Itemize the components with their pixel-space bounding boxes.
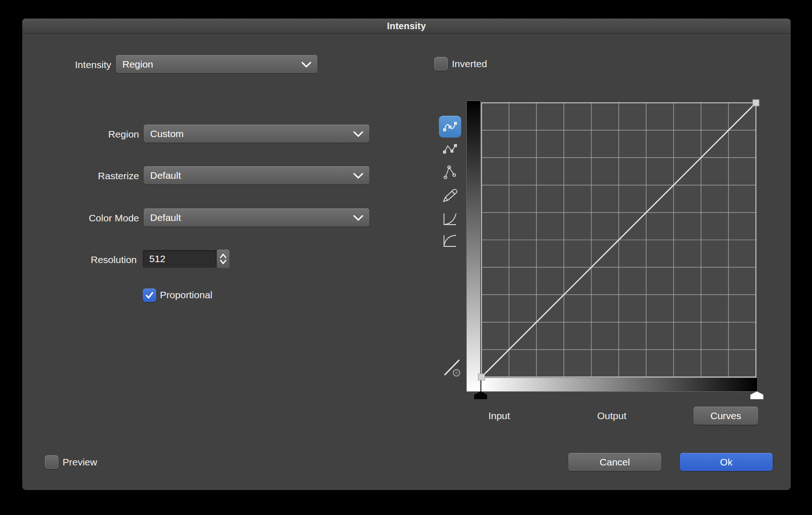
smooth-curve-icon (442, 119, 458, 134)
rasterize-label: Rasterize (22, 170, 139, 182)
ease-out-preset-tool[interactable] (439, 231, 461, 249)
ok-button[interactable]: Ok (680, 453, 773, 471)
smooth-curve-tool[interactable] (439, 116, 461, 138)
rasterize-dropdown[interactable]: Default (144, 166, 369, 184)
resolution-value: 512 (149, 253, 165, 264)
curve-point-end (753, 100, 759, 106)
intensity-dropdown-value: Region (122, 59, 153, 70)
chevron-down-icon (352, 130, 364, 138)
preview-checkbox[interactable] (45, 455, 58, 469)
curve-grid-canvas (482, 103, 756, 377)
chevron-down-icon (352, 214, 364, 221)
intensity-dropdown[interactable]: Region (116, 55, 317, 73)
inverted-checkbox[interactable] (434, 57, 448, 70)
intensity-label: Intensity (22, 59, 111, 70)
region-label: Region (22, 129, 139, 140)
black-point-handle[interactable] (474, 391, 487, 399)
cancel-button[interactable]: Cancel (568, 453, 661, 471)
output-gradient-ramp[interactable] (467, 101, 480, 391)
color-mode-dropdown[interactable]: Default (144, 208, 369, 226)
chevron-down-icon (300, 61, 312, 68)
rasterize-dropdown-value: Default (150, 170, 181, 181)
reset-linear-tool[interactable] (440, 357, 463, 378)
curves-button[interactable]: Curves (693, 407, 758, 425)
color-mode-label: Color Mode (22, 213, 139, 224)
output-label: Output (597, 410, 626, 421)
checkmark-icon (145, 290, 154, 300)
curve-concave-up-icon (442, 211, 458, 226)
proportional-checkbox[interactable] (143, 289, 156, 302)
curves-button-label: Curves (710, 410, 742, 421)
polyline-curve-tool[interactable] (439, 140, 461, 158)
region-dropdown[interactable]: Custom (144, 125, 369, 143)
pencil-tool[interactable] (439, 185, 461, 206)
pencil-icon (442, 187, 458, 204)
curve-grid[interactable] (482, 103, 756, 377)
intensity-dialog: Intensity Intensity Region Region Custom… (22, 19, 791, 490)
title-bar[interactable]: Intensity (22, 19, 791, 34)
input-label: Input (488, 410, 510, 421)
polyline-curve-icon (442, 142, 458, 157)
curve-point-start (478, 374, 485, 380)
chevron-down-icon (352, 172, 364, 179)
color-mode-dropdown-value: Default (150, 212, 181, 223)
white-point-handle[interactable] (750, 391, 763, 399)
linear-line-icon (441, 357, 462, 378)
stepper-arrows-icon (219, 252, 227, 265)
dialog-title: Intensity (387, 21, 426, 31)
ease-in-preset-tool[interactable] (439, 209, 461, 228)
preview-label: Preview (63, 457, 97, 468)
sharp-vertex-icon (443, 164, 457, 180)
resolution-stepper[interactable] (217, 250, 229, 268)
ok-button-label: Ok (720, 457, 733, 468)
proportional-label: Proportional (160, 289, 212, 301)
inverted-label: Inverted (452, 58, 487, 69)
sharp-vertex-tool[interactable] (439, 163, 461, 182)
curve-concave-down-icon (442, 232, 458, 248)
input-gradient-ramp[interactable] (482, 378, 757, 391)
cancel-button-label: Cancel (600, 457, 630, 468)
resolution-input[interactable]: 512 (143, 250, 216, 268)
region-dropdown-value: Custom (150, 128, 184, 139)
resolution-label: Resolution (22, 254, 137, 265)
